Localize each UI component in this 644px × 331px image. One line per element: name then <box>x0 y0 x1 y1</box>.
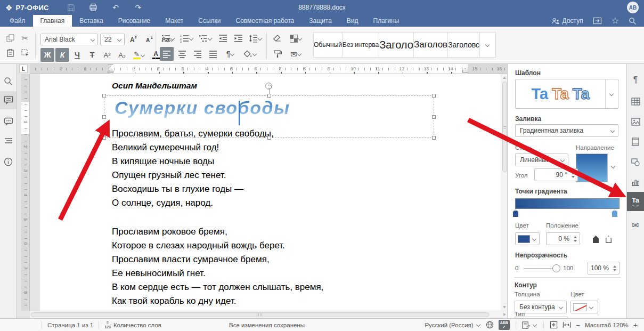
remove-gradient-stop-button[interactable] <box>605 233 613 243</box>
select-all-button[interactable] <box>18 46 32 60</box>
mail-merge-button[interactable]: ✉ <box>287 47 306 61</box>
scroll-up-arrow[interactable] <box>503 76 506 79</box>
highlight-color-button[interactable]: ✎ <box>130 48 148 62</box>
spin-down-icon[interactable] <box>572 176 575 178</box>
decrease-indent-button[interactable] <box>216 31 230 45</box>
fill-type-select[interactable]: Градиентная заливка <box>515 124 618 137</box>
document-page[interactable]: Осип Мандельштам Сумерки свободы Прослав… <box>40 74 501 311</box>
app-logo[interactable]: ❖ Р7-ОФИС <box>5 4 64 12</box>
resize-handle-s[interactable] <box>267 136 271 140</box>
rotation-handle[interactable] <box>265 83 272 90</box>
resize-handle-se[interactable] <box>432 136 436 140</box>
style-tile[interactable]: Обычный <box>313 32 343 58</box>
template-sample[interactable]: Ta <box>573 85 590 103</box>
gradient-stop-left[interactable] <box>512 209 519 218</box>
menu-tab[interactable]: Защита <box>301 15 339 27</box>
spin-down-icon[interactable] <box>574 240 577 242</box>
chart-settings-tab[interactable] <box>627 173 644 190</box>
decrease-font-button[interactable]: A <box>143 33 157 46</box>
stop-color-select[interactable] <box>515 232 540 245</box>
fit-page-button[interactable] <box>550 321 558 329</box>
spin-down-icon[interactable] <box>613 269 616 271</box>
menu-tab[interactable]: Совместная работа <box>228 15 301 27</box>
template-gallery[interactable]: TaTaTa <box>515 79 618 109</box>
menu-tab[interactable]: Плагины <box>366 15 407 27</box>
menu-tab[interactable]: Вид <box>339 15 366 27</box>
resize-handle-w[interactable] <box>102 115 106 119</box>
scroll-right-arrow[interactable] <box>503 313 506 316</box>
wordart-selection-box[interactable] <box>104 95 434 138</box>
horizontal-scrollbar[interactable] <box>30 311 508 318</box>
resize-handle-n[interactable] <box>267 94 271 98</box>
style-tile[interactable]: Заголовс <box>448 32 480 58</box>
save-button[interactable] <box>64 2 78 13</box>
track-changes-button[interactable] <box>522 321 537 329</box>
opacity-slider-handle[interactable] <box>552 264 560 272</box>
menu-tab[interactable]: Файл <box>2 15 33 27</box>
tab-stop-selector[interactable]: L <box>19 64 28 73</box>
find-button[interactable] <box>0 72 17 90</box>
increase-indent-button[interactable] <box>231 31 245 45</box>
navigation-headings-button[interactable] <box>0 132 17 150</box>
resize-handle-e[interactable] <box>432 115 436 119</box>
copy-button[interactable] <box>3 31 17 45</box>
resize-handle-sw[interactable] <box>102 136 106 140</box>
italic-button[interactable]: К <box>55 48 69 62</box>
increase-font-button[interactable]: A <box>127 33 141 46</box>
language-select[interactable]: Русский (Россия) <box>425 322 480 328</box>
position-spinner[interactable]: 0 % <box>546 232 580 245</box>
bullet-list-button[interactable] <box>160 31 177 45</box>
zoom-out-button[interactable]: − <box>576 321 580 329</box>
menu-tab[interactable]: Ссылки <box>191 15 228 27</box>
spin-up-icon[interactable] <box>613 265 616 268</box>
horizontal-ruler[interactable]: 2112345678910111213141516 <box>30 64 507 74</box>
add-gradient-stop-button[interactable] <box>592 233 600 243</box>
headerfooter-settings-tab[interactable] <box>627 133 644 150</box>
gradient-direction-preview[interactable] <box>576 154 608 182</box>
resize-handle-ne[interactable] <box>432 94 436 98</box>
justify-button[interactable] <box>206 47 220 61</box>
favorite-star-button[interactable]: ☆ <box>612 17 619 25</box>
template-sample[interactable]: Ta <box>531 85 548 103</box>
share-access-button[interactable]: Доступ <box>551 17 583 25</box>
about-button[interactable] <box>0 152 17 171</box>
underline-button[interactable]: Ч <box>70 48 84 62</box>
subscript-button[interactable]: A₂ <box>115 48 129 62</box>
opacity-slider-track[interactable] <box>524 268 557 269</box>
align-left-button[interactable] <box>160 47 174 61</box>
template-sample[interactable]: Ta <box>552 85 569 103</box>
mailmerge-settings-tab[interactable]: ✉ <box>627 216 644 233</box>
image-settings-tab[interactable] <box>627 113 644 130</box>
menu-tab[interactable]: Макет <box>158 15 191 27</box>
multilevel-list-button[interactable] <box>197 31 214 45</box>
styles-expand-button[interactable] <box>480 32 496 58</box>
strikeout-button[interactable]: Т <box>85 48 99 62</box>
cut-button[interactable]: ✂ <box>18 31 32 45</box>
clear-style-button[interactable] <box>271 31 284 45</box>
spin-up-icon[interactable] <box>572 172 575 174</box>
opacity-spinner[interactable]: 100 % <box>588 262 619 275</box>
template-expand-button[interactable] <box>605 79 618 108</box>
zoom-in-button[interactable]: + <box>633 321 638 329</box>
outline-color-select[interactable] <box>570 301 598 313</box>
menu-tab[interactable]: Рисование <box>111 15 158 27</box>
horizontal-scroll-thumb[interactable] <box>31 312 489 317</box>
paragraph-settings-tab[interactable]: ¶ <box>627 71 644 88</box>
nonprinting-characters-button[interactable]: ¶ <box>222 47 240 61</box>
angle-spinner[interactable]: 90 ° <box>534 168 578 181</box>
spellcheck-toggle[interactable]: АБВ✓ <box>499 320 510 330</box>
menu-tab[interactable]: Главная <box>33 15 72 27</box>
font-name-select[interactable]: Arial Black <box>40 34 98 45</box>
word-count-button[interactable]: ≡123 Количество слов <box>104 321 161 329</box>
shape-settings-tab[interactable] <box>627 154 644 171</box>
line-spacing-button[interactable] <box>247 31 265 45</box>
gradient-stop-right[interactable] <box>611 209 618 218</box>
resize-handle-nw[interactable] <box>102 94 106 98</box>
table-settings-tab[interactable] <box>627 93 644 110</box>
bold-button[interactable]: Ж <box>40 48 54 62</box>
set-document-language-button[interactable] <box>486 321 494 329</box>
avatar[interactable]: АВ <box>627 2 639 13</box>
align-center-button[interactable] <box>175 47 189 61</box>
vertical-ruler[interactable]: 12345678 <box>21 74 30 311</box>
style-tile[interactable]: Без интерва <box>343 32 379 58</box>
